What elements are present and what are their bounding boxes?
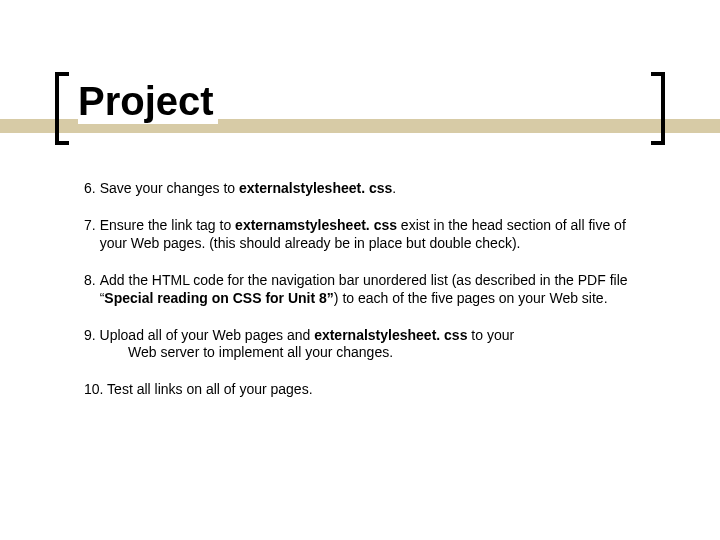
list-item: 7. Ensure the link tag to externamstyles… [84,217,650,253]
text-run: Upload all of your Web pages and [96,327,314,343]
text-run: to your [467,327,514,343]
item-number: 9. [84,327,96,343]
bracket-right-icon [651,72,665,145]
text-bold: Special reading on CSS for Unit 8” [104,290,333,306]
content-list: 6. Save your changes to externalstyleshe… [84,180,650,418]
text-bold: externalstylesheet. css [314,327,467,343]
page-title: Project [78,78,218,124]
text-bold: externamstylesheet. css [235,217,397,233]
text-bold: externalstylesheet. css [239,180,392,196]
text-run: ) to each of the five pages on your Web … [334,290,608,306]
list-item: 8. Add the HTML code for the navigation … [84,272,650,308]
item-number: 10. [84,381,103,397]
title-bar: Project [0,83,720,135]
bracket-left-icon [55,72,69,145]
text-run: . [392,180,396,196]
list-item: 9. Upload all of your Web pages and exte… [84,327,650,363]
item-text: Save your changes to externalstylesheet.… [100,180,650,198]
item-continuation: Web server to implement all your changes… [84,344,650,362]
item-number: 8. [84,272,100,308]
item-text: Add the HTML code for the navigation bar… [100,272,650,308]
item-text: Ensure the link tag to externamstyleshee… [100,217,650,253]
text-run: Ensure the link tag to [100,217,235,233]
item-number: 7. [84,217,100,253]
list-item: 6. Save your changes to externalstyleshe… [84,180,650,198]
text-run: Test all links on all of your pages. [103,381,312,397]
text-run: Save your changes to [100,180,239,196]
item-number: 6. [84,180,100,198]
list-item: 10. Test all links on all of your pages. [84,381,650,399]
